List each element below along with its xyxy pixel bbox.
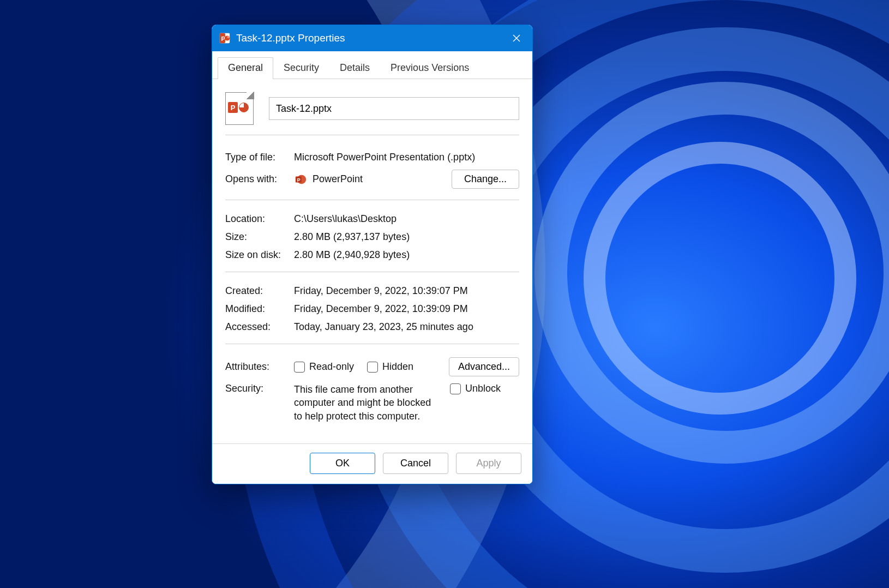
close-icon	[513, 34, 520, 42]
checkbox-read-only[interactable]: Read-only	[294, 361, 354, 373]
powerpoint-file-icon: P	[219, 32, 231, 44]
tab-content-general: P Type of file: Microsoft PowerPoint Pre…	[212, 79, 532, 443]
advanced-button[interactable]: Advanced...	[449, 357, 519, 376]
powerpoint-icon: P	[294, 173, 307, 186]
security-text: This file came from another computer and…	[294, 383, 441, 423]
tab-security[interactable]: Security	[273, 57, 329, 79]
value-type-of-file: Microsoft PowerPoint Presentation (.pptx…	[294, 152, 519, 163]
cancel-button[interactable]: Cancel	[383, 453, 448, 474]
tab-previous-versions[interactable]: Previous Versions	[380, 57, 479, 79]
checkbox-unblock-label: Unblock	[465, 383, 501, 394]
value-size-on-disk: 2.80 MB (2,940,928 bytes)	[294, 249, 519, 261]
ok-button[interactable]: OK	[310, 453, 375, 474]
label-type-of-file: Type of file:	[225, 152, 290, 163]
checkbox-hidden-label: Hidden	[382, 361, 413, 373]
label-accessed: Accessed:	[225, 321, 290, 333]
value-location: C:\Users\lukas\Desktop	[294, 213, 519, 225]
filename-input[interactable]	[269, 97, 519, 120]
label-security: Security:	[225, 383, 290, 394]
label-created: Created:	[225, 285, 290, 297]
opens-with-app: P PowerPoint	[294, 173, 363, 186]
value-created: Friday, December 9, 2022, 10:39:07 PM	[294, 285, 519, 297]
value-modified: Friday, December 9, 2022, 10:39:09 PM	[294, 303, 519, 315]
file-type-icon: P	[225, 92, 254, 125]
titlebar[interactable]: P Task-12.pptx Properties	[212, 25, 532, 51]
window-title: Task-12.pptx Properties	[236, 32, 504, 44]
tab-bar: General Security Details Previous Versio…	[212, 51, 532, 79]
value-size: 2.80 MB (2,937,137 bytes)	[294, 231, 519, 243]
tab-details[interactable]: Details	[329, 57, 380, 79]
change-button[interactable]: Change...	[452, 170, 519, 189]
label-size: Size:	[225, 231, 290, 243]
label-modified: Modified:	[225, 303, 290, 315]
opens-with-app-name: PowerPoint	[313, 173, 363, 185]
svg-text:P: P	[297, 177, 301, 182]
tab-general[interactable]: General	[218, 57, 273, 79]
label-location: Location:	[225, 213, 290, 225]
checkbox-hidden[interactable]: Hidden	[367, 361, 413, 373]
checkbox-read-only-label: Read-only	[309, 361, 354, 373]
label-size-on-disk: Size on disk:	[225, 249, 290, 261]
close-button[interactable]	[504, 27, 529, 50]
label-opens-with: Opens with:	[225, 173, 290, 185]
value-accessed: Today, January 23, 2023, 25 minutes ago	[294, 321, 519, 333]
label-attributes: Attributes:	[225, 361, 290, 373]
dialog-footer: OK Cancel Apply	[212, 443, 532, 484]
svg-text:P: P	[221, 35, 225, 42]
apply-button[interactable]: Apply	[456, 453, 521, 474]
properties-dialog: P Task-12.pptx Properties General Securi…	[212, 25, 533, 484]
checkbox-unblock[interactable]: Unblock	[450, 383, 501, 394]
